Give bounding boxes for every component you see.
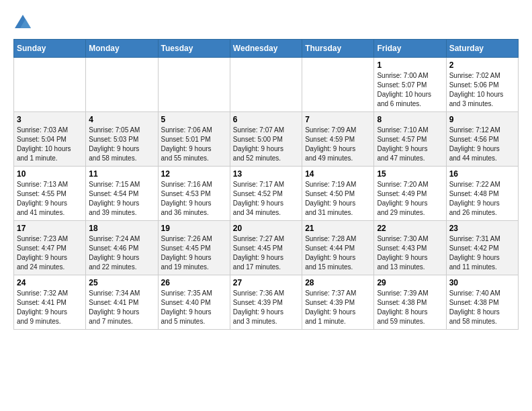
calendar-body: 1Sunrise: 7:00 AM Sunset: 5:07 PM Daylig… [14,58,519,330]
day-number: 9 [449,115,515,124]
day-cell: 9Sunrise: 7:12 AM Sunset: 4:56 PM Daylig… [446,112,518,167]
day-cell: 11Sunrise: 7:15 AM Sunset: 4:54 PM Dayli… [86,167,158,221]
day-number: 10 [17,169,83,179]
day-cell: 30Sunrise: 7:40 AM Sunset: 4:38 PM Dayli… [446,275,518,330]
day-cell: 27Sunrise: 7:36 AM Sunset: 4:39 PM Dayli… [230,275,302,330]
day-cell: 14Sunrise: 7:19 AM Sunset: 4:50 PM Dayli… [302,167,374,221]
day-number: 28 [305,278,371,287]
day-number: 2 [449,60,515,70]
day-info: Sunrise: 7:20 AM Sunset: 4:49 PM Dayligh… [377,180,443,218]
day-cell: 29Sunrise: 7:39 AM Sunset: 4:38 PM Dayli… [374,275,446,330]
page-header [13,13,519,32]
day-cell: 22Sunrise: 7:30 AM Sunset: 4:43 PM Dayli… [374,221,446,275]
day-info: Sunrise: 7:02 AM Sunset: 5:06 PM Dayligh… [449,71,515,109]
day-cell: 10Sunrise: 7:13 AM Sunset: 4:55 PM Dayli… [14,167,86,221]
day-number: 19 [161,224,227,233]
day-number: 30 [449,278,515,287]
day-info: Sunrise: 7:28 AM Sunset: 4:44 PM Dayligh… [305,234,371,272]
day-number: 23 [449,224,515,233]
day-info: Sunrise: 7:06 AM Sunset: 5:01 PM Dayligh… [161,126,227,163]
day-cell [302,58,374,112]
day-cell: 23Sunrise: 7:31 AM Sunset: 4:42 PM Dayli… [446,221,518,275]
day-cell: 5Sunrise: 7:06 AM Sunset: 5:01 PM Daylig… [158,112,230,167]
day-number: 22 [377,224,443,233]
day-info: Sunrise: 7:39 AM Sunset: 4:38 PM Dayligh… [377,289,443,326]
day-number: 27 [233,278,299,287]
week-row-3: 10Sunrise: 7:13 AM Sunset: 4:55 PM Dayli… [14,167,519,221]
day-number: 29 [377,278,443,287]
day-cell: 12Sunrise: 7:16 AM Sunset: 4:53 PM Dayli… [158,167,230,221]
day-info: Sunrise: 7:13 AM Sunset: 4:55 PM Dayligh… [17,180,83,218]
day-number: 14 [305,169,371,179]
day-number: 20 [233,224,299,233]
week-row-2: 3Sunrise: 7:03 AM Sunset: 5:04 PM Daylig… [14,112,519,167]
day-number: 25 [89,278,154,287]
calendar-table: SundayMondayTuesdayWednesdayThursdayFrid… [13,39,519,330]
column-header-friday: Friday [374,40,446,58]
day-number: 5 [161,115,227,124]
day-info: Sunrise: 7:37 AM Sunset: 4:39 PM Dayligh… [305,289,371,326]
column-header-monday: Monday [86,40,158,58]
day-cell: 2Sunrise: 7:02 AM Sunset: 5:06 PM Daylig… [446,58,518,112]
day-number: 16 [449,169,515,179]
day-cell: 18Sunrise: 7:24 AM Sunset: 4:46 PM Dayli… [86,221,158,275]
day-info: Sunrise: 7:07 AM Sunset: 5:00 PM Dayligh… [233,126,299,163]
logo [13,13,35,32]
day-number: 8 [377,115,443,124]
day-number: 18 [89,224,154,233]
day-number: 13 [233,169,299,179]
day-info: Sunrise: 7:36 AM Sunset: 4:39 PM Dayligh… [233,289,299,326]
day-cell: 13Sunrise: 7:17 AM Sunset: 4:52 PM Dayli… [230,167,302,221]
day-info: Sunrise: 7:12 AM Sunset: 4:56 PM Dayligh… [449,126,515,163]
day-info: Sunrise: 7:23 AM Sunset: 4:47 PM Dayligh… [17,234,83,272]
day-cell: 24Sunrise: 7:32 AM Sunset: 4:41 PM Dayli… [14,275,86,330]
column-header-saturday: Saturday [446,40,518,58]
week-row-5: 24Sunrise: 7:32 AM Sunset: 4:41 PM Dayli… [14,275,519,330]
day-cell: 28Sunrise: 7:37 AM Sunset: 4:39 PM Dayli… [302,275,374,330]
day-info: Sunrise: 7:24 AM Sunset: 4:46 PM Dayligh… [89,234,154,272]
day-info: Sunrise: 7:32 AM Sunset: 4:41 PM Dayligh… [17,289,83,326]
day-cell: 26Sunrise: 7:35 AM Sunset: 4:40 PM Dayli… [158,275,230,330]
day-cell: 17Sunrise: 7:23 AM Sunset: 4:47 PM Dayli… [14,221,86,275]
day-cell [14,58,86,112]
day-info: Sunrise: 7:17 AM Sunset: 4:52 PM Dayligh… [233,180,299,218]
day-cell: 8Sunrise: 7:10 AM Sunset: 4:57 PM Daylig… [374,112,446,167]
day-info: Sunrise: 7:16 AM Sunset: 4:53 PM Dayligh… [161,180,227,218]
day-number: 1 [377,60,443,70]
day-info: Sunrise: 7:09 AM Sunset: 4:59 PM Dayligh… [305,126,371,163]
day-info: Sunrise: 7:31 AM Sunset: 4:42 PM Dayligh… [449,234,515,272]
day-info: Sunrise: 7:19 AM Sunset: 4:50 PM Dayligh… [305,180,371,218]
day-cell: 25Sunrise: 7:34 AM Sunset: 4:41 PM Dayli… [86,275,158,330]
day-cell: 6Sunrise: 7:07 AM Sunset: 5:00 PM Daylig… [230,112,302,167]
day-info: Sunrise: 7:40 AM Sunset: 4:38 PM Dayligh… [449,289,515,326]
day-cell: 4Sunrise: 7:05 AM Sunset: 5:03 PM Daylig… [86,112,158,167]
day-cell: 1Sunrise: 7:00 AM Sunset: 5:07 PM Daylig… [374,58,446,112]
day-info: Sunrise: 7:35 AM Sunset: 4:40 PM Dayligh… [161,289,227,326]
day-cell: 15Sunrise: 7:20 AM Sunset: 4:49 PM Dayli… [374,167,446,221]
column-header-thursday: Thursday [302,40,374,58]
day-info: Sunrise: 7:27 AM Sunset: 4:45 PM Dayligh… [233,234,299,272]
day-cell: 16Sunrise: 7:22 AM Sunset: 4:48 PM Dayli… [446,167,518,221]
day-number: 24 [17,278,83,287]
day-number: 21 [305,224,371,233]
day-number: 11 [89,169,154,179]
logo-icon [13,13,32,32]
day-info: Sunrise: 7:34 AM Sunset: 4:41 PM Dayligh… [89,289,154,326]
day-cell [158,58,230,112]
day-info: Sunrise: 7:10 AM Sunset: 4:57 PM Dayligh… [377,126,443,163]
column-header-sunday: Sunday [14,40,86,58]
day-cell [230,58,302,112]
day-info: Sunrise: 7:00 AM Sunset: 5:07 PM Dayligh… [377,71,443,109]
day-number: 6 [233,115,299,124]
day-number: 26 [161,278,227,287]
day-number: 4 [89,115,154,124]
day-info: Sunrise: 7:26 AM Sunset: 4:45 PM Dayligh… [161,234,227,272]
week-row-1: 1Sunrise: 7:00 AM Sunset: 5:07 PM Daylig… [14,58,519,112]
day-info: Sunrise: 7:22 AM Sunset: 4:48 PM Dayligh… [449,180,515,218]
day-cell: 21Sunrise: 7:28 AM Sunset: 4:44 PM Dayli… [302,221,374,275]
day-number: 12 [161,169,227,179]
column-header-wednesday: Wednesday [230,40,302,58]
day-info: Sunrise: 7:03 AM Sunset: 5:04 PM Dayligh… [17,126,83,163]
column-header-tuesday: Tuesday [158,40,230,58]
calendar-header-row: SundayMondayTuesdayWednesdayThursdayFrid… [14,40,519,58]
